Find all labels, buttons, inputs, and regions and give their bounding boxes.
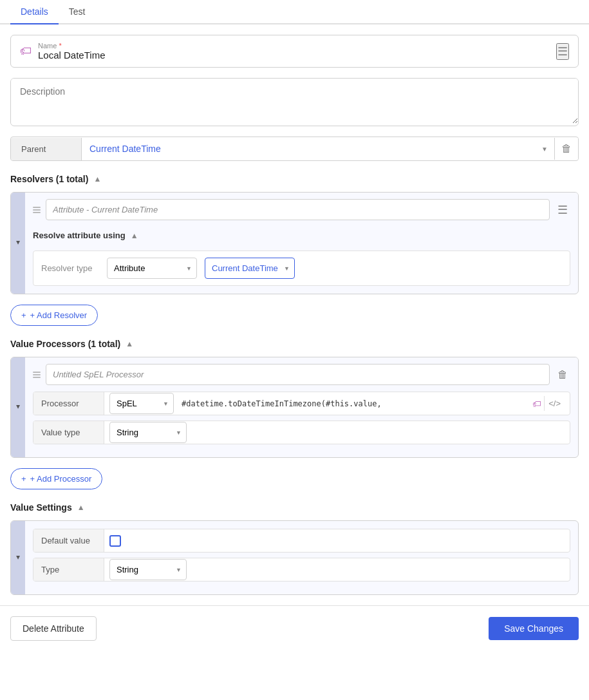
name-field-container: Name * Local DateTime [38, 42, 106, 61]
resolver-type-select-wrapper: Attribute [107, 258, 197, 279]
tab-test[interactable]: Test [59, 0, 96, 24]
resolver-type-select[interactable]: Attribute [107, 258, 197, 279]
processor-card-content: 🗑 Processor SpEL 🏷 </> [25, 357, 578, 457]
processor-type-value: SpEL 🏷 </> [104, 393, 570, 415]
name-label: Name * [38, 42, 106, 50]
value-settings-title: Value Settings [10, 502, 72, 513]
name-value: Local DateTime [38, 50, 106, 61]
name-card: 🏷 Name * Local DateTime ☰ [10, 35, 579, 68]
parent-row: Parent Current DateTime 🗑 [10, 137, 579, 161]
attribute-select-wrapper: Current DateTime [205, 258, 295, 279]
resolver-drag-handle[interactable] [33, 207, 41, 213]
processor-collapse-arrow: ▲ [15, 404, 21, 411]
value-settings-collapse-button[interactable]: ▲ [77, 503, 85, 512]
add-resolver-icon: + [21, 310, 26, 320]
resolvers-collapse-button[interactable]: ▲ [93, 175, 101, 184]
tab-details[interactable]: Details [10, 0, 59, 24]
code-view-button[interactable]: </> [544, 396, 565, 411]
type-select[interactable]: String [109, 559, 187, 580]
parent-select-wrapper: Current DateTime [82, 137, 554, 160]
resolver-card: ▲ ☰ Resolve attribute using ▲ Resolver t… [10, 192, 579, 294]
processor-type-label: Processor [33, 392, 104, 415]
name-card-left: 🏷 Name * Local DateTime [20, 42, 106, 61]
processors-collapse-button[interactable]: ▲ [126, 339, 133, 348]
processors-title: Value Processors (1 total) [10, 339, 120, 349]
processor-card: ▲ 🗑 Processor Sp [10, 357, 579, 458]
footer: Delete Attribute Save Changes [0, 605, 589, 651]
type-label: Type [33, 558, 104, 581]
resolve-collapse-button[interactable]: ▲ [131, 231, 138, 240]
processor-name-input[interactable] [46, 364, 550, 385]
add-processor-button[interactable]: + + Add Processor [10, 468, 102, 489]
parent-select[interactable]: Current DateTime [82, 137, 554, 160]
processors-section-header: Value Processors (1 total) ▲ [10, 339, 579, 349]
resolver-type-label: Resolver type [41, 263, 99, 273]
processor-delete-button[interactable]: 🗑 [555, 369, 570, 381]
resolver-collapse-arrow: ▲ [15, 240, 21, 247]
default-value-field [104, 535, 570, 547]
value-type-field: String [104, 422, 570, 443]
type-select-wrapper: String [109, 559, 187, 580]
resolve-header: Resolve attribute using ▲ [33, 227, 570, 244]
resolver-left-bar[interactable]: ▲ [11, 193, 25, 294]
resolver-header: ☰ [25, 193, 578, 227]
add-processor-icon: + [21, 474, 26, 484]
spel-select-wrapper: SpEL [109, 393, 174, 414]
resolve-section: Resolve attribute using ▲ Resolver type … [25, 227, 578, 294]
save-changes-button[interactable]: Save Changes [489, 617, 579, 640]
spel-select[interactable]: SpEL [109, 393, 174, 414]
default-value-checkbox[interactable] [109, 535, 121, 547]
add-resolver-button[interactable]: + + Add Resolver [10, 305, 98, 326]
value-settings-left-bar[interactable]: ▲ [11, 521, 25, 594]
delete-attribute-button[interactable]: Delete Attribute [10, 616, 97, 641]
tag-icon: 🏷 [20, 44, 32, 58]
value-type-label: Value type [33, 421, 104, 444]
drag-line-2 [33, 209, 41, 211]
value-type-select[interactable]: String [109, 422, 187, 443]
processor-header: 🗑 [25, 357, 578, 392]
proc-drag-line-3 [33, 377, 41, 378]
drag-line-1 [33, 207, 41, 208]
value-settings-inner: Default value Type String [25, 521, 578, 594]
parent-delete-button[interactable]: 🗑 [554, 138, 578, 160]
tab-bar: Details Test [0, 0, 589, 24]
resolver-card-content: ☰ Resolve attribute using ▲ Resolver typ… [25, 193, 578, 294]
value-type-row: Value type String [33, 421, 570, 444]
processor-left-bar[interactable]: ▲ [11, 357, 25, 457]
proc-drag-line-2 [33, 374, 41, 375]
value-settings-header: Value Settings ▲ [10, 502, 579, 513]
type-row: Type String [33, 558, 570, 582]
resolver-name-input[interactable] [46, 199, 550, 220]
resolver-type-row: Resolver type Attribute Current DateTime [33, 251, 570, 286]
proc-drag-line-1 [33, 372, 41, 373]
add-processor-label: + Add Processor [30, 474, 92, 484]
description-card [10, 78, 579, 126]
description-input[interactable] [11, 79, 578, 124]
type-field: String [104, 559, 570, 580]
resolvers-title: Resolvers (1 total) [10, 174, 88, 184]
resolver-menu-button[interactable]: ☰ [555, 203, 570, 217]
value-settings-card: ▲ Default value Type String [10, 520, 579, 595]
name-label-text: Name [38, 42, 57, 50]
default-value-row: Default value [33, 529, 570, 553]
resolvers-section-header: Resolvers (1 total) ▲ [10, 174, 579, 184]
tag-insert-button[interactable]: 🏷 [530, 396, 544, 411]
processor-type-row: Processor SpEL 🏷 </> [33, 392, 570, 415]
attribute-value-select[interactable]: Current DateTime [205, 258, 295, 279]
main-content: 🏷 Name * Local DateTime ☰ Parent Current… [0, 24, 589, 605]
value-settings-content: Default value Type String [25, 521, 578, 594]
value-type-select-wrapper: String [109, 422, 187, 443]
drag-line-3 [33, 212, 41, 213]
spel-expression-input[interactable] [179, 393, 530, 415]
resolve-title: Resolve attribute using [33, 231, 126, 240]
default-value-label: Default value [33, 529, 104, 552]
processor-drag-handle[interactable] [33, 372, 41, 378]
value-settings-collapse-arrow: ▲ [15, 554, 21, 562]
processor-fields: Processor SpEL 🏷 </> Value typ [25, 392, 578, 457]
add-resolver-label: + Add Resolver [30, 310, 88, 320]
parent-label: Parent [11, 138, 82, 160]
required-star: * [57, 42, 61, 50]
name-menu-button[interactable]: ☰ [556, 43, 569, 60]
